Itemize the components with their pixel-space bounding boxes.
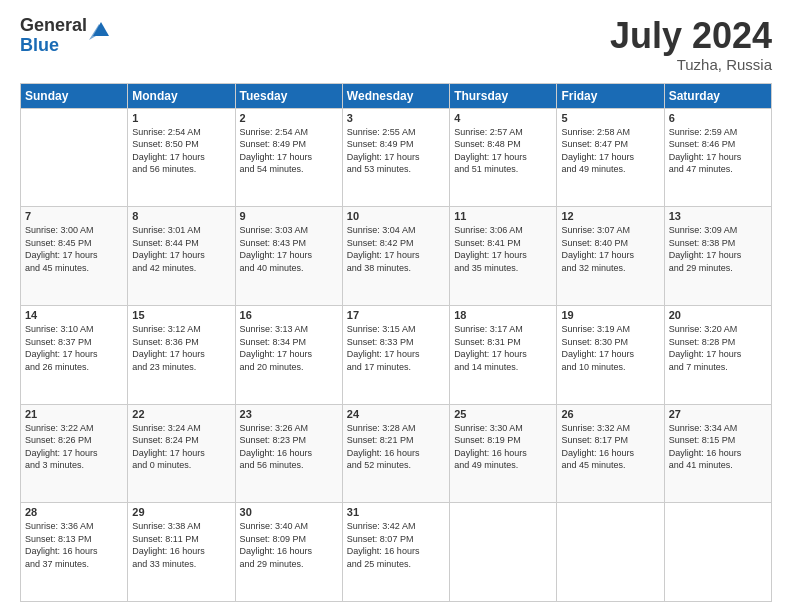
week-row-3: 21Sunrise: 3:22 AM Sunset: 8:26 PM Dayli… (21, 404, 772, 503)
day-cell: 15Sunrise: 3:12 AM Sunset: 8:36 PM Dayli… (128, 305, 235, 404)
day-info: Sunrise: 3:40 AM Sunset: 8:09 PM Dayligh… (240, 520, 338, 570)
day-cell: 28Sunrise: 3:36 AM Sunset: 8:13 PM Dayli… (21, 503, 128, 602)
day-cell: 18Sunrise: 3:17 AM Sunset: 8:31 PM Dayli… (450, 305, 557, 404)
day-number: 26 (561, 408, 659, 420)
day-cell: 5Sunrise: 2:58 AM Sunset: 8:47 PM Daylig… (557, 108, 664, 207)
day-info: Sunrise: 2:59 AM Sunset: 8:46 PM Dayligh… (669, 126, 767, 176)
day-number: 8 (132, 210, 230, 222)
day-cell: 30Sunrise: 3:40 AM Sunset: 8:09 PM Dayli… (235, 503, 342, 602)
day-info: Sunrise: 3:26 AM Sunset: 8:23 PM Dayligh… (240, 422, 338, 472)
day-number: 13 (669, 210, 767, 222)
day-cell (557, 503, 664, 602)
day-number: 14 (25, 309, 123, 321)
day-number: 25 (454, 408, 552, 420)
day-info: Sunrise: 3:06 AM Sunset: 8:41 PM Dayligh… (454, 224, 552, 274)
logo-text: General Blue (20, 16, 87, 56)
day-cell: 22Sunrise: 3:24 AM Sunset: 8:24 PM Dayli… (128, 404, 235, 503)
day-number: 20 (669, 309, 767, 321)
day-info: Sunrise: 3:01 AM Sunset: 8:44 PM Dayligh… (132, 224, 230, 274)
day-info: Sunrise: 3:07 AM Sunset: 8:40 PM Dayligh… (561, 224, 659, 274)
col-sunday: Sunday (21, 83, 128, 108)
header-row: Sunday Monday Tuesday Wednesday Thursday… (21, 83, 772, 108)
col-tuesday: Tuesday (235, 83, 342, 108)
title-block: July 2024 Tuzha, Russia (610, 16, 772, 73)
day-info: Sunrise: 3:10 AM Sunset: 8:37 PM Dayligh… (25, 323, 123, 373)
day-number: 5 (561, 112, 659, 124)
week-row-4: 28Sunrise: 3:36 AM Sunset: 8:13 PM Dayli… (21, 503, 772, 602)
day-number: 28 (25, 506, 123, 518)
col-saturday: Saturday (664, 83, 771, 108)
day-number: 3 (347, 112, 445, 124)
day-info: Sunrise: 3:34 AM Sunset: 8:15 PM Dayligh… (669, 422, 767, 472)
day-cell: 23Sunrise: 3:26 AM Sunset: 8:23 PM Dayli… (235, 404, 342, 503)
day-number: 15 (132, 309, 230, 321)
day-cell: 3Sunrise: 2:55 AM Sunset: 8:49 PM Daylig… (342, 108, 449, 207)
day-number: 6 (669, 112, 767, 124)
day-cell: 24Sunrise: 3:28 AM Sunset: 8:21 PM Dayli… (342, 404, 449, 503)
day-info: Sunrise: 3:19 AM Sunset: 8:30 PM Dayligh… (561, 323, 659, 373)
day-info: Sunrise: 3:38 AM Sunset: 8:11 PM Dayligh… (132, 520, 230, 570)
day-cell: 17Sunrise: 3:15 AM Sunset: 8:33 PM Dayli… (342, 305, 449, 404)
day-cell: 16Sunrise: 3:13 AM Sunset: 8:34 PM Dayli… (235, 305, 342, 404)
day-cell: 20Sunrise: 3:20 AM Sunset: 8:28 PM Dayli… (664, 305, 771, 404)
day-info: Sunrise: 3:13 AM Sunset: 8:34 PM Dayligh… (240, 323, 338, 373)
calendar-table: Sunday Monday Tuesday Wednesday Thursday… (20, 83, 772, 602)
day-cell (664, 503, 771, 602)
day-number: 2 (240, 112, 338, 124)
day-number: 1 (132, 112, 230, 124)
day-number: 18 (454, 309, 552, 321)
day-number: 16 (240, 309, 338, 321)
logo-general: General (20, 16, 87, 36)
day-info: Sunrise: 3:04 AM Sunset: 8:42 PM Dayligh… (347, 224, 445, 274)
day-cell: 27Sunrise: 3:34 AM Sunset: 8:15 PM Dayli… (664, 404, 771, 503)
day-cell: 4Sunrise: 2:57 AM Sunset: 8:48 PM Daylig… (450, 108, 557, 207)
day-cell: 8Sunrise: 3:01 AM Sunset: 8:44 PM Daylig… (128, 207, 235, 306)
day-info: Sunrise: 3:30 AM Sunset: 8:19 PM Dayligh… (454, 422, 552, 472)
logo-blue: Blue (20, 36, 87, 56)
col-friday: Friday (557, 83, 664, 108)
day-cell (21, 108, 128, 207)
day-cell: 10Sunrise: 3:04 AM Sunset: 8:42 PM Dayli… (342, 207, 449, 306)
day-info: Sunrise: 3:32 AM Sunset: 8:17 PM Dayligh… (561, 422, 659, 472)
day-number: 30 (240, 506, 338, 518)
day-info: Sunrise: 3:42 AM Sunset: 8:07 PM Dayligh… (347, 520, 445, 570)
day-info: Sunrise: 3:22 AM Sunset: 8:26 PM Dayligh… (25, 422, 123, 472)
day-number: 9 (240, 210, 338, 222)
day-info: Sunrise: 3:00 AM Sunset: 8:45 PM Dayligh… (25, 224, 123, 274)
day-number: 23 (240, 408, 338, 420)
week-row-0: 1Sunrise: 2:54 AM Sunset: 8:50 PM Daylig… (21, 108, 772, 207)
day-number: 11 (454, 210, 552, 222)
day-number: 12 (561, 210, 659, 222)
day-cell: 19Sunrise: 3:19 AM Sunset: 8:30 PM Dayli… (557, 305, 664, 404)
logo: General Blue (20, 16, 111, 56)
day-info: Sunrise: 2:54 AM Sunset: 8:49 PM Dayligh… (240, 126, 338, 176)
day-number: 19 (561, 309, 659, 321)
col-wednesday: Wednesday (342, 83, 449, 108)
day-cell: 29Sunrise: 3:38 AM Sunset: 8:11 PM Dayli… (128, 503, 235, 602)
day-info: Sunrise: 3:28 AM Sunset: 8:21 PM Dayligh… (347, 422, 445, 472)
day-number: 22 (132, 408, 230, 420)
day-cell: 13Sunrise: 3:09 AM Sunset: 8:38 PM Dayli… (664, 207, 771, 306)
location: Tuzha, Russia (610, 56, 772, 73)
day-info: Sunrise: 2:58 AM Sunset: 8:47 PM Dayligh… (561, 126, 659, 176)
day-number: 27 (669, 408, 767, 420)
day-info: Sunrise: 3:17 AM Sunset: 8:31 PM Dayligh… (454, 323, 552, 373)
day-number: 4 (454, 112, 552, 124)
day-info: Sunrise: 3:36 AM Sunset: 8:13 PM Dayligh… (25, 520, 123, 570)
header: General Blue July 2024 Tuzha, Russia (20, 16, 772, 73)
day-number: 10 (347, 210, 445, 222)
day-number: 7 (25, 210, 123, 222)
day-cell (450, 503, 557, 602)
month-title: July 2024 (610, 16, 772, 56)
day-cell: 12Sunrise: 3:07 AM Sunset: 8:40 PM Dayli… (557, 207, 664, 306)
day-cell: 7Sunrise: 3:00 AM Sunset: 8:45 PM Daylig… (21, 207, 128, 306)
day-cell: 25Sunrise: 3:30 AM Sunset: 8:19 PM Dayli… (450, 404, 557, 503)
logo-icon (89, 18, 111, 40)
col-monday: Monday (128, 83, 235, 108)
day-number: 31 (347, 506, 445, 518)
day-cell: 1Sunrise: 2:54 AM Sunset: 8:50 PM Daylig… (128, 108, 235, 207)
day-info: Sunrise: 3:24 AM Sunset: 8:24 PM Dayligh… (132, 422, 230, 472)
day-cell: 31Sunrise: 3:42 AM Sunset: 8:07 PM Dayli… (342, 503, 449, 602)
day-cell: 14Sunrise: 3:10 AM Sunset: 8:37 PM Dayli… (21, 305, 128, 404)
day-number: 21 (25, 408, 123, 420)
